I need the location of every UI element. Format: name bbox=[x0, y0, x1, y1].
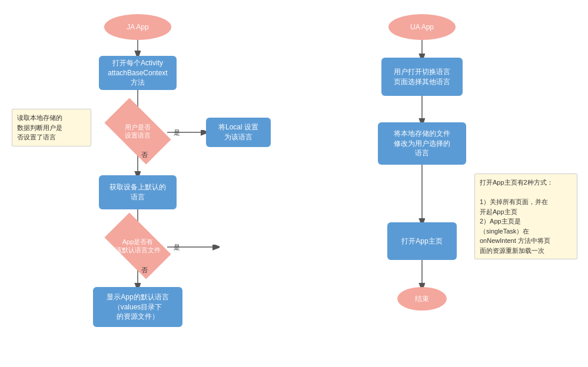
diagram-container: JA App 打开每个Activity attachBaseContext 方法… bbox=[0, 0, 588, 367]
ua-app-title: UA App bbox=[388, 14, 456, 40]
ja-app-title: JA App bbox=[104, 14, 171, 40]
ja-step4: 显示App的默认语言 （values目录下 的资源文件） bbox=[93, 287, 182, 327]
ja-note: 读取本地存储的 数据判断用户是 否设置了语言 bbox=[12, 109, 91, 146]
ja-diamond2: App是否有 该默认语言文件 bbox=[108, 228, 167, 263]
ja-yes1-label: 是 bbox=[174, 128, 180, 137]
ja-no1-label: 否 bbox=[141, 151, 148, 159]
ua-end: 结束 bbox=[397, 287, 447, 311]
ja-diamond1: 用户是否 设置语言 bbox=[108, 114, 167, 149]
ua-step3: 打开App主页 bbox=[387, 222, 457, 260]
ja-step1: 打开每个Activity attachBaseContext 方法 bbox=[99, 56, 177, 90]
ja-yes2-label: 是 bbox=[174, 243, 180, 252]
ja-step3: 获取设备上默认的 语言 bbox=[99, 175, 177, 209]
ua-note: 打开App主页有2种方式： 1）关掉所有页面，并在 开起App主页 2）App主… bbox=[474, 174, 577, 259]
ua-step1: 用户打开切换语言 页面选择其他语言 bbox=[381, 58, 463, 96]
ja-no2-label: 否 bbox=[141, 266, 148, 275]
ua-step2: 将本地存储的文件 修改为用户选择的 语言 bbox=[378, 122, 466, 165]
ja-step2: 将Local 设置 为该语言 bbox=[206, 118, 271, 147]
